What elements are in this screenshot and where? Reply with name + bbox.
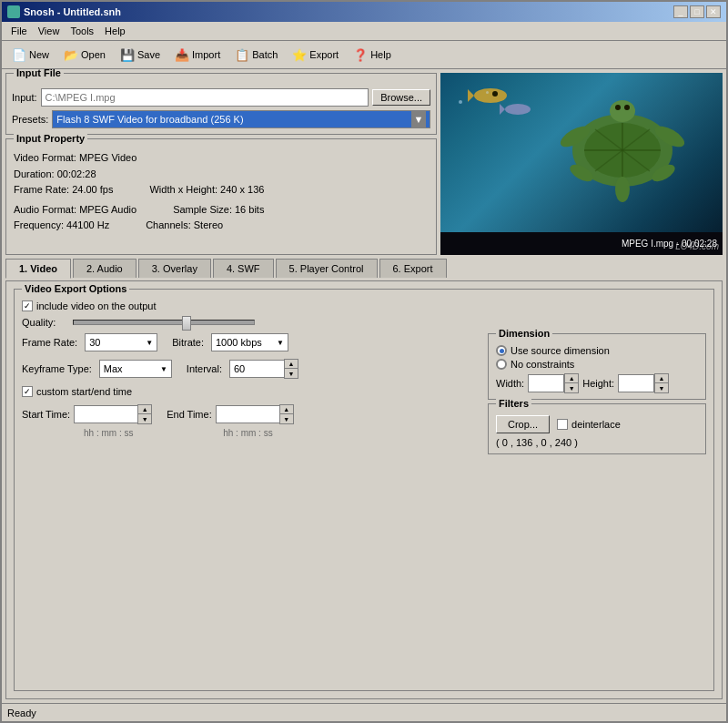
width-down[interactable]: ▼: [565, 383, 578, 392]
import-button[interactable]: 📥 Import: [168, 44, 227, 66]
no-constraints-radio[interactable]: No constraints: [496, 359, 698, 370]
video-export-title: Video Export Options: [22, 283, 129, 294]
deinterlace-checkbox[interactable]: [557, 419, 568, 430]
save-button[interactable]: 💾 Save: [114, 44, 167, 66]
minimize-button[interactable]: _: [673, 5, 688, 18]
keyframe-label: Keyframe Type:: [22, 363, 92, 374]
quality-slider[interactable]: [73, 320, 255, 325]
include-video-label: include video on the output: [36, 300, 157, 311]
help-button[interactable]: ❓ Help: [347, 44, 398, 66]
frequency: Frequency: 44100 Hz: [14, 218, 109, 234]
height-up[interactable]: ▲: [655, 374, 668, 383]
tab-video[interactable]: 1. Video: [5, 259, 71, 279]
keyframe-combo[interactable]: Max ▼: [99, 360, 172, 378]
export-icon: ⭐: [292, 47, 307, 62]
interval-spin-buttons: ▲ ▼: [284, 359, 298, 379]
start-time-up[interactable]: ▲: [138, 405, 151, 414]
include-video-checkbox[interactable]: ✓: [22, 300, 33, 311]
window-title: Snosh - Untitled.snh: [24, 6, 121, 17]
duration: Duration: 00:02:28: [14, 167, 429, 183]
frame-rate-combo[interactable]: 30 ▼: [85, 333, 157, 351]
quality-thumb[interactable]: [182, 316, 191, 331]
input-property-group: Input Property Video Format: MPEG Video …: [5, 138, 437, 255]
tab-audio[interactable]: 2. Audio: [73, 259, 136, 278]
menu-tools[interactable]: Tools: [65, 24, 99, 38]
end-time-down[interactable]: ▼: [280, 414, 293, 423]
crop-button[interactable]: Crop...: [496, 415, 550, 433]
start-time-field[interactable]: 00 : 01 : 10: [74, 405, 137, 423]
bitrate-label: Bitrate:: [172, 337, 204, 348]
height-field[interactable]: 136: [618, 374, 654, 392]
width-spin: 240 ▲ ▼: [528, 373, 579, 393]
status-bar: Ready: [2, 703, 726, 721]
width-field[interactable]: 240: [528, 374, 564, 392]
tab-swf[interactable]: 4. SWF: [213, 259, 274, 278]
input-file-group: Input File Input: Browse... Presets: Fla…: [5, 73, 437, 135]
bitrate-combo[interactable]: 1000 kbps ▼: [211, 333, 288, 351]
presets-arrow[interactable]: ▼: [411, 111, 426, 127]
start-time-label: Start Time:: [22, 409, 70, 420]
batch-button[interactable]: 📋 Batch: [228, 44, 284, 66]
frame-rate: Frame Rate: 24.00 fps: [14, 182, 113, 199]
width-up[interactable]: ▲: [565, 374, 578, 383]
channels: Channels: Stereo: [146, 218, 223, 234]
svg-marker-4: [500, 104, 505, 115]
video-format: Video Format: MPEG Video: [14, 150, 429, 167]
interval-down[interactable]: ▼: [285, 369, 298, 378]
crop-values: ( 0 , 136 , 0 , 240 ): [496, 437, 698, 448]
input-file-title: Input File: [14, 69, 64, 78]
help-icon: ❓: [353, 47, 368, 62]
tab-overlay[interactable]: 3. Overlay: [138, 259, 211, 278]
title-bar: Snosh - Untitled.snh _ □ ✕: [2, 2, 726, 22]
video-export-options: Video Export Options ✓ include video on …: [14, 289, 714, 691]
menu-help[interactable]: Help: [99, 24, 131, 38]
menu-file[interactable]: File: [5, 24, 33, 38]
end-time-hint: hh : mm : ss: [223, 428, 272, 438]
filters-title: Filters: [496, 398, 531, 409]
frame-rate-value[interactable]: 30 ▼: [85, 333, 157, 351]
help-label: Help: [370, 49, 391, 60]
start-time-buttons: ▲ ▼: [137, 404, 152, 424]
use-source-label: Use source dimension: [511, 345, 610, 356]
interval-field[interactable]: 60: [229, 360, 284, 378]
use-source-radio-btn[interactable]: [496, 345, 507, 356]
custom-time-label: custom start/end time: [36, 386, 132, 397]
tab-player[interactable]: 5. Player Control: [276, 259, 378, 278]
height-down[interactable]: ▼: [655, 383, 668, 392]
custom-time-checkbox[interactable]: ✓: [22, 386, 33, 397]
open-button[interactable]: 📂 Open: [57, 44, 112, 66]
prop-row-1: Frame Rate: 24.00 fps Width x Height: 24…: [14, 182, 429, 199]
maximize-button[interactable]: □: [690, 5, 704, 18]
property-text: Video Format: MPEG Video Duration: 00:02…: [14, 150, 429, 234]
new-button[interactable]: 📄 New: [5, 44, 56, 66]
dimension-title: Dimension: [496, 328, 552, 339]
settings-grid: Frame Rate: 30 ▼ Bitrate: 1000 kbps ▼: [22, 333, 480, 351]
input-field[interactable]: [41, 88, 369, 107]
end-time-up[interactable]: ▲: [280, 405, 293, 414]
no-constraints-radio-btn[interactable]: [496, 359, 507, 370]
end-time-field[interactable]: 00 : 02 : 28: [216, 405, 279, 423]
browse-button[interactable]: Browse...: [372, 89, 430, 106]
export-button[interactable]: ⭐ Export: [286, 44, 345, 66]
status-text: Ready: [7, 708, 36, 718]
no-constraints-label: No constraints: [511, 359, 574, 370]
presets-dropdown[interactable]: Flash 8 SWF Video for broadband (256 K) …: [52, 110, 430, 128]
use-source-radio[interactable]: Use source dimension: [496, 345, 698, 356]
import-label: Import: [192, 49, 220, 60]
top-section: Input File Input: Browse... Presets: Fla…: [5, 73, 723, 255]
deinterlace-row: deinterlace: [557, 419, 621, 430]
custom-time-row: ✓ custom start/end time: [22, 386, 480, 397]
tab-export[interactable]: 6. Export: [379, 259, 447, 278]
end-time-inner: End Time: 00 : 02 : 28 ▲ ▼: [167, 404, 294, 424]
start-time-down[interactable]: ▼: [138, 414, 151, 423]
interval-up[interactable]: ▲: [285, 360, 298, 369]
svg-point-18: [615, 177, 630, 202]
menu-view[interactable]: View: [33, 24, 66, 38]
title-bar-left: Snosh - Untitled.snh: [7, 5, 121, 18]
bottom-options: Frame Rate: 30 ▼ Bitrate: 1000 kbps ▼: [22, 333, 706, 454]
close-button[interactable]: ✕: [706, 5, 721, 18]
open-label: Open: [81, 49, 106, 60]
left-options: Frame Rate: 30 ▼ Bitrate: 1000 kbps ▼: [22, 333, 480, 454]
filter-row: Crop... deinterlace: [496, 415, 698, 433]
input-property-title: Input Property: [14, 133, 87, 144]
